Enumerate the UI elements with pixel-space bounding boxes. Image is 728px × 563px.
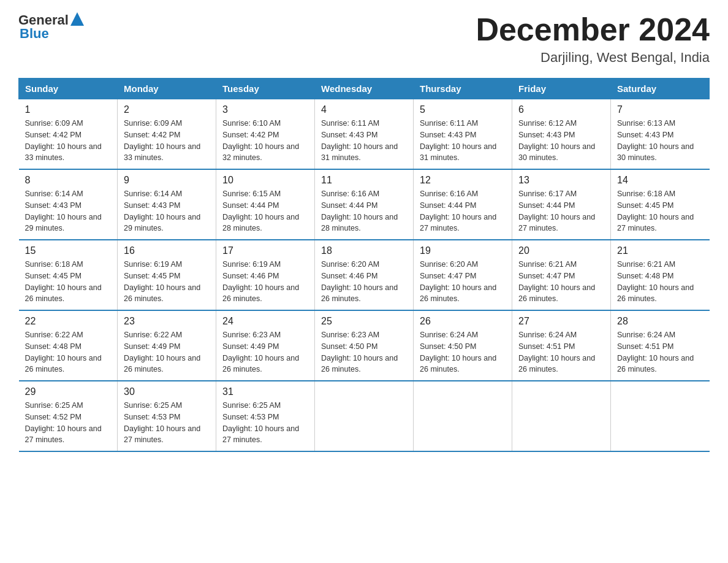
calendar-week-row: 29Sunrise: 6:25 AMSunset: 4:52 PMDayligh… [19, 381, 710, 451]
calendar-header-row: SundayMondayTuesdayWednesdayThursdayFrid… [19, 79, 710, 99]
day-info: Sunrise: 6:16 AMSunset: 4:44 PMDaylight:… [420, 188, 506, 234]
column-header-friday: Friday [512, 79, 611, 99]
day-number: 2 [124, 104, 210, 115]
day-number: 26 [420, 316, 506, 327]
day-number: 11 [321, 175, 407, 186]
calendar-cell: 29Sunrise: 6:25 AMSunset: 4:52 PMDayligh… [19, 381, 118, 451]
day-info: Sunrise: 6:12 AMSunset: 4:43 PMDaylight:… [518, 118, 604, 164]
day-info: Sunrise: 6:20 AMSunset: 4:46 PMDaylight:… [321, 259, 407, 305]
day-info: Sunrise: 6:11 AMSunset: 4:43 PMDaylight:… [321, 118, 407, 164]
day-number: 27 [518, 316, 604, 327]
day-number: 29 [25, 386, 112, 397]
day-info: Sunrise: 6:24 AMSunset: 4:50 PMDaylight:… [420, 329, 506, 375]
day-number: 25 [321, 316, 407, 327]
calendar-cell: 14Sunrise: 6:18 AMSunset: 4:45 PMDayligh… [611, 169, 710, 240]
calendar-cell: 31Sunrise: 6:25 AMSunset: 4:53 PMDayligh… [216, 381, 315, 451]
day-info: Sunrise: 6:18 AMSunset: 4:45 PMDaylight:… [617, 188, 703, 234]
day-number: 19 [420, 245, 506, 256]
day-info: Sunrise: 6:14 AMSunset: 4:43 PMDaylight:… [25, 188, 112, 234]
calendar-cell: 20Sunrise: 6:21 AMSunset: 4:47 PMDayligh… [512, 240, 611, 310]
calendar-week-row: 8Sunrise: 6:14 AMSunset: 4:43 PMDaylight… [19, 169, 710, 240]
day-info: Sunrise: 6:22 AMSunset: 4:48 PMDaylight:… [25, 329, 112, 375]
calendar-cell: 22Sunrise: 6:22 AMSunset: 4:48 PMDayligh… [19, 310, 118, 381]
calendar-cell: 8Sunrise: 6:14 AMSunset: 4:43 PMDaylight… [19, 169, 118, 240]
day-number: 9 [124, 175, 210, 186]
day-number: 23 [124, 316, 210, 327]
day-info: Sunrise: 6:16 AMSunset: 4:44 PMDaylight:… [321, 188, 407, 234]
calendar-cell: 17Sunrise: 6:19 AMSunset: 4:46 PMDayligh… [216, 240, 315, 310]
calendar-cell: 3Sunrise: 6:10 AMSunset: 4:42 PMDaylight… [216, 99, 315, 170]
calendar-cell: 10Sunrise: 6:15 AMSunset: 4:44 PMDayligh… [216, 169, 315, 240]
day-number: 6 [518, 104, 604, 115]
calendar-cell: 23Sunrise: 6:22 AMSunset: 4:49 PMDayligh… [118, 310, 216, 381]
day-info: Sunrise: 6:13 AMSunset: 4:43 PMDaylight:… [617, 118, 703, 164]
day-number: 14 [617, 175, 703, 186]
logo-triangle-icon [70, 12, 84, 26]
calendar-cell: 13Sunrise: 6:17 AMSunset: 4:44 PMDayligh… [512, 169, 611, 240]
day-number: 1 [25, 104, 112, 115]
day-number: 18 [321, 245, 407, 256]
day-number: 31 [222, 386, 308, 397]
day-info: Sunrise: 6:18 AMSunset: 4:45 PMDaylight:… [25, 259, 112, 305]
logo: General Blue [18, 12, 84, 42]
calendar-cell: 15Sunrise: 6:18 AMSunset: 4:45 PMDayligh… [19, 240, 118, 310]
calendar-table: SundayMondayTuesdayWednesdayThursdayFrid… [18, 78, 710, 452]
calendar-week-row: 15Sunrise: 6:18 AMSunset: 4:45 PMDayligh… [19, 240, 710, 310]
logo-blue-text: Blue [20, 26, 49, 42]
calendar-title: December 2024 [476, 12, 710, 47]
calendar-cell [512, 381, 611, 451]
calendar-cell: 11Sunrise: 6:16 AMSunset: 4:44 PMDayligh… [315, 169, 414, 240]
day-number: 13 [518, 175, 604, 186]
day-info: Sunrise: 6:21 AMSunset: 4:47 PMDaylight:… [518, 259, 604, 305]
column-header-saturday: Saturday [611, 79, 710, 99]
calendar-cell: 5Sunrise: 6:11 AMSunset: 4:43 PMDaylight… [414, 99, 512, 170]
calendar-cell: 27Sunrise: 6:24 AMSunset: 4:51 PMDayligh… [512, 310, 611, 381]
day-info: Sunrise: 6:15 AMSunset: 4:44 PMDaylight:… [222, 188, 308, 234]
day-info: Sunrise: 6:09 AMSunset: 4:42 PMDaylight:… [124, 118, 210, 164]
day-number: 15 [25, 245, 112, 256]
day-info: Sunrise: 6:22 AMSunset: 4:49 PMDaylight:… [124, 329, 210, 375]
day-info: Sunrise: 6:19 AMSunset: 4:45 PMDaylight:… [124, 259, 210, 305]
calendar-cell [611, 381, 710, 451]
day-info: Sunrise: 6:17 AMSunset: 4:44 PMDaylight:… [518, 188, 604, 234]
calendar-cell: 9Sunrise: 6:14 AMSunset: 4:43 PMDaylight… [118, 169, 216, 240]
calendar-cell [414, 381, 512, 451]
day-info: Sunrise: 6:20 AMSunset: 4:47 PMDaylight:… [420, 259, 506, 305]
day-number: 17 [222, 245, 308, 256]
day-info: Sunrise: 6:10 AMSunset: 4:42 PMDaylight:… [222, 118, 308, 164]
calendar-cell: 19Sunrise: 6:20 AMSunset: 4:47 PMDayligh… [414, 240, 512, 310]
day-number: 10 [222, 175, 308, 186]
svg-marker-0 [70, 12, 84, 26]
day-info: Sunrise: 6:24 AMSunset: 4:51 PMDaylight:… [518, 329, 604, 375]
column-header-thursday: Thursday [414, 79, 512, 99]
column-header-monday: Monday [118, 79, 216, 99]
calendar-cell: 18Sunrise: 6:20 AMSunset: 4:46 PMDayligh… [315, 240, 414, 310]
column-header-sunday: Sunday [19, 79, 118, 99]
page-header: General Blue December 2024 Darjiling, We… [18, 12, 710, 66]
calendar-cell: 28Sunrise: 6:24 AMSunset: 4:51 PMDayligh… [611, 310, 710, 381]
day-number: 3 [222, 104, 308, 115]
calendar-cell: 6Sunrise: 6:12 AMSunset: 4:43 PMDaylight… [512, 99, 611, 170]
calendar-cell [315, 381, 414, 451]
day-info: Sunrise: 6:25 AMSunset: 4:53 PMDaylight:… [222, 400, 308, 446]
day-number: 30 [124, 386, 210, 397]
calendar-week-row: 1Sunrise: 6:09 AMSunset: 4:42 PMDaylight… [19, 99, 710, 170]
column-header-tuesday: Tuesday [216, 79, 315, 99]
day-info: Sunrise: 6:24 AMSunset: 4:51 PMDaylight:… [617, 329, 703, 375]
day-number: 8 [25, 175, 112, 186]
calendar-cell: 16Sunrise: 6:19 AMSunset: 4:45 PMDayligh… [118, 240, 216, 310]
calendar-cell: 21Sunrise: 6:21 AMSunset: 4:48 PMDayligh… [611, 240, 710, 310]
day-info: Sunrise: 6:25 AMSunset: 4:52 PMDaylight:… [25, 400, 112, 446]
day-number: 7 [617, 104, 703, 115]
title-area: December 2024 Darjiling, West Bengal, In… [476, 12, 710, 66]
day-number: 5 [420, 104, 506, 115]
day-number: 22 [25, 316, 112, 327]
day-info: Sunrise: 6:11 AMSunset: 4:43 PMDaylight:… [420, 118, 506, 164]
column-header-wednesday: Wednesday [315, 79, 414, 99]
day-number: 28 [617, 316, 703, 327]
day-number: 21 [617, 245, 703, 256]
day-info: Sunrise: 6:09 AMSunset: 4:42 PMDaylight:… [25, 118, 112, 164]
calendar-cell: 25Sunrise: 6:23 AMSunset: 4:50 PMDayligh… [315, 310, 414, 381]
calendar-cell: 1Sunrise: 6:09 AMSunset: 4:42 PMDaylight… [19, 99, 118, 170]
calendar-cell: 12Sunrise: 6:16 AMSunset: 4:44 PMDayligh… [414, 169, 512, 240]
